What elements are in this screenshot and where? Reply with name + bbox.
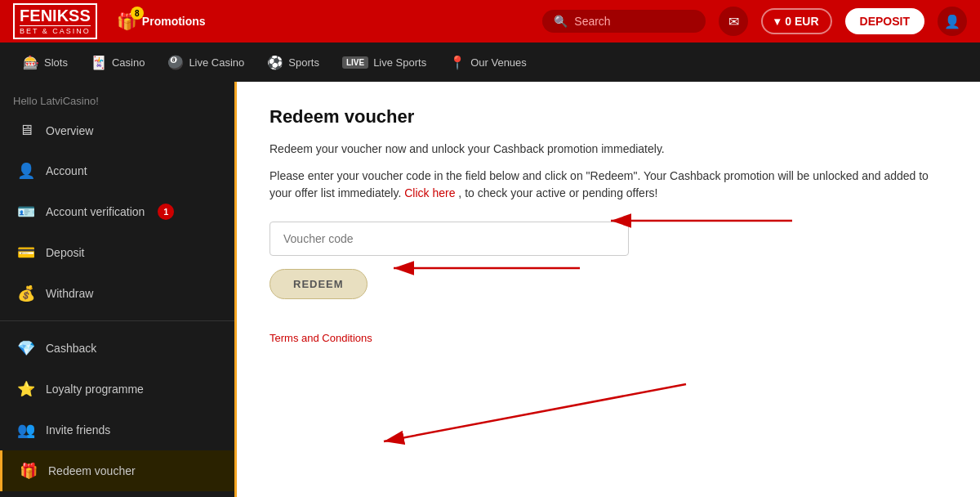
nav-item-casino[interactable]: 🃏 Casino (81, 48, 154, 77)
nav-label-sports: Sports (288, 56, 319, 69)
nav-label-our-venues: Our Venues (470, 56, 527, 69)
deposit-button[interactable]: DEPOSIT (845, 8, 924, 34)
nav-label-live-sports: Live Sports (373, 56, 426, 69)
sidebar-greeting: Hello LatviCasino! (0, 88, 234, 110)
nav-item-our-venues[interactable]: 📍 Our Venues (439, 48, 537, 77)
verification-icon: 🪪 (16, 203, 36, 221)
balance-button[interactable]: ▾ 0 EUR (761, 8, 831, 34)
logo-main: FENIKSS (20, 7, 91, 25)
venues-icon: 📍 (449, 55, 466, 70)
balance-amount: 0 EUR (785, 15, 818, 28)
sidebar-label-redeem: Redeem voucher (48, 464, 136, 477)
account-icon: 👤 (16, 162, 36, 180)
sidebar-label-overview: Overview (46, 124, 93, 137)
search-icon: 🔍 (554, 15, 568, 28)
overview-icon: 🖥 (16, 122, 36, 139)
sports-icon: ⚽ (267, 55, 283, 70)
sidebar-item-overview[interactable]: 🖥 Overview (0, 110, 234, 150)
gift-icon: 🎁 8 (117, 11, 137, 31)
promotions-button[interactable]: 🎁 8 Promotions (117, 11, 206, 31)
casino-icon: 🃏 (91, 55, 107, 70)
sidebar-item-redeem[interactable]: 🎁 Redeem voucher (0, 450, 234, 491)
voucher-input[interactable] (270, 222, 629, 256)
sidebar-divider (0, 320, 234, 321)
desc-text-1: Redeem your voucher now and unlock your … (270, 141, 947, 158)
click-here-link[interactable]: Click here (404, 186, 455, 199)
live-badge: LIVE (342, 56, 368, 69)
terms-link[interactable]: Terms and Conditions (270, 332, 372, 344)
sidebar-item-cashback[interactable]: 💎 Cashback (0, 328, 234, 369)
page-title: Redeem voucher (270, 106, 947, 128)
header: FENIKSS BET & CASINO 🎁 8 Promotions 🔍 Se… (0, 0, 980, 43)
nav-label-casino: Casino (112, 56, 145, 69)
sidebar-item-deposit[interactable]: 💳 Deposit (0, 232, 234, 273)
sidebar-label-withdraw: Withdraw (46, 287, 93, 300)
logo-sub: BET & CASINO (20, 25, 91, 36)
sidebar-item-invite[interactable]: 👥 Invite friends (0, 410, 234, 450)
withdraw-icon: 💰 (16, 284, 36, 302)
sidebar-item-loyalty[interactable]: ⭐ Loyalty programme (0, 369, 234, 410)
sidebar-label-account: Account (46, 164, 87, 177)
sidebar-label-deposit: Deposit (46, 246, 84, 259)
sidebar-label-invite: Invite friends (46, 423, 110, 437)
navbar: 🎰 Slots 🃏 Casino 🎱 Live Casino ⚽ Sports … (0, 43, 980, 82)
promotions-badge: 8 (131, 7, 144, 20)
live-casino-icon: 🎱 (167, 55, 184, 70)
logo[interactable]: FENIKSS BET & CASINO (13, 3, 97, 39)
content-area: Hello LatviCasino! 🖥 Overview 👤 Account … (0, 82, 980, 497)
sidebar-item-account[interactable]: 👤 Account (0, 150, 234, 191)
mail-button[interactable]: ✉ (719, 7, 748, 36)
redeem-icon: 🎁 (19, 462, 38, 480)
nav-item-live-casino[interactable]: 🎱 Live Casino (158, 48, 254, 77)
search-label: Search (574, 15, 610, 28)
sidebar-label-account-verification: Account verification (46, 205, 145, 218)
loyalty-icon: ⭐ (16, 380, 36, 398)
desc-part2: , to check your active or pending offers… (458, 186, 657, 199)
promotions-label: Promotions (142, 15, 206, 28)
redeem-button[interactable]: REDEEM (270, 269, 368, 299)
sidebar: Hello LatviCasino! 🖥 Overview 👤 Account … (0, 82, 237, 497)
cashback-icon: 💎 (16, 339, 36, 357)
nav-label-live-casino: Live Casino (189, 56, 244, 69)
verification-badge: 1 (158, 204, 174, 220)
sidebar-item-account-verification[interactable]: 🪪 Account verification 1 (0, 191, 234, 232)
deposit-icon: 💳 (16, 244, 36, 262)
chevron-down-icon: ▾ (774, 15, 780, 28)
main-content: Redeem voucher Redeem your voucher now a… (237, 82, 980, 497)
nav-item-sports[interactable]: ⚽ Sports (257, 48, 329, 77)
nav-item-slots[interactable]: 🎰 Slots (13, 48, 78, 77)
sidebar-label-loyalty: Loyalty programme (46, 383, 144, 396)
nav-item-live-sports[interactable]: LIVE Live Sports (332, 50, 436, 75)
slots-icon: 🎰 (23, 55, 39, 70)
nav-label-slots: Slots (44, 56, 68, 69)
user-profile-button[interactable]: 👤 (938, 7, 967, 36)
sidebar-label-cashback: Cashback (46, 342, 96, 355)
sidebar-item-withdraw[interactable]: 💰 Withdraw (0, 273, 234, 314)
search-bar[interactable]: 🔍 Search (542, 10, 706, 33)
svg-line-5 (384, 384, 686, 441)
invite-icon: 👥 (16, 421, 36, 439)
desc-text-2: Please enter your voucher code in the fi… (270, 168, 947, 202)
